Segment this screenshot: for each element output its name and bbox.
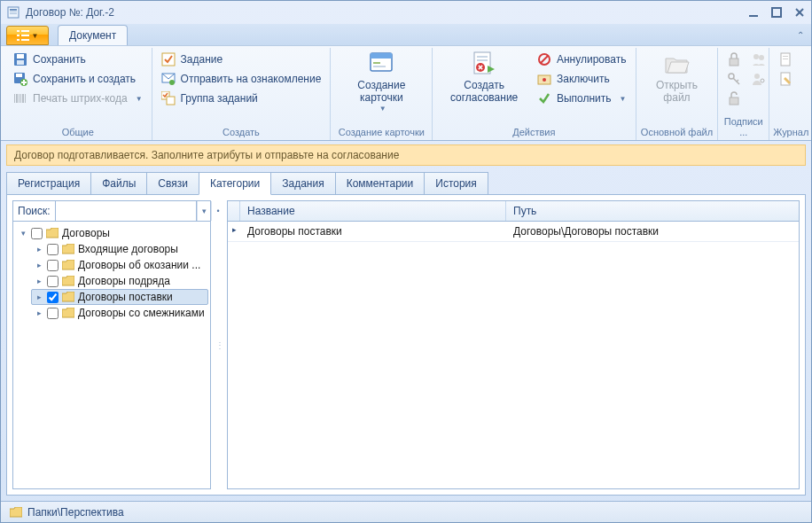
unlock-icon — [727, 91, 741, 105]
task-button[interactable]: Задание — [156, 50, 327, 69]
tree-checkbox[interactable] — [47, 308, 59, 319]
application-menu-button[interactable]: ▼ — [6, 26, 49, 45]
tree-checkbox[interactable] — [47, 292, 59, 303]
tree-node[interactable]: ▸ Договоры об окозании ... — [31, 257, 208, 273]
expand-icon[interactable]: ▸ — [35, 261, 43, 269]
expand-icon[interactable]: ▸ — [35, 245, 43, 254]
tab-files[interactable]: Файлы — [90, 172, 147, 195]
svg-rect-8 — [17, 30, 20, 32]
ribbon-collapse-button[interactable]: ⌃ — [797, 30, 804, 40]
grid-header: Название Путь — [228, 201, 799, 222]
ribbon-group-signatures: Подписи ... — [718, 48, 769, 140]
category-tree-panel: Поиск: ▾ • ▾ Договоры ▸ — [12, 200, 211, 489]
sign-lock-button[interactable] — [722, 50, 746, 69]
tree-node-selected[interactable]: ▸ Договоры поставки — [31, 289, 208, 305]
ribbon-tab-document[interactable]: Документ — [58, 25, 128, 45]
folder-icon — [46, 228, 59, 238]
grid-col-name[interactable]: Название — [240, 201, 506, 221]
tab-tasks[interactable]: Задания — [270, 172, 335, 195]
annul-button[interactable]: Аннулировать — [532, 50, 632, 69]
sign-user-key-button[interactable] — [746, 69, 771, 89]
svg-rect-34 — [371, 53, 392, 59]
tree-checkbox[interactable] — [31, 228, 43, 239]
tree-node[interactable]: ▸ Договоры подряда — [31, 273, 208, 289]
svg-rect-3 — [10, 13, 17, 14]
maximize-button[interactable] — [770, 6, 783, 19]
task-group-label: Группа заданий — [181, 92, 258, 105]
execute-button[interactable]: Выполнить ▼ — [532, 89, 632, 108]
ribbon-group-label: Основной файл — [640, 125, 714, 140]
search-input[interactable] — [55, 201, 197, 221]
tree-checkbox[interactable] — [47, 244, 59, 255]
key-icon — [727, 72, 741, 86]
save-button[interactable]: Сохранить — [8, 50, 148, 69]
conclude-button[interactable]: Заключить — [532, 69, 632, 89]
svg-rect-38 — [477, 56, 488, 58]
tree-node[interactable]: ▸ Входящие договоры — [31, 241, 208, 257]
svg-point-44 — [543, 78, 546, 82]
journal-edit-button[interactable] — [773, 69, 798, 89]
save-and-create-button[interactable]: Сохранить и создать — [8, 69, 148, 89]
tab-categories[interactable]: Категории — [199, 172, 271, 195]
tree-node-root[interactable]: ▾ Договоры — [15, 225, 208, 241]
svg-rect-27 — [25, 94, 26, 103]
send-review-button[interactable]: Отправить на ознакомление — [156, 69, 327, 89]
svg-rect-24 — [19, 94, 20, 103]
grid-body: ▸ Договоры поставки Договоры\Договоры по… — [228, 222, 799, 488]
users-icon — [752, 52, 766, 66]
grid-cell-path: Договоры\Договоры поставки — [506, 222, 799, 241]
svg-rect-9 — [21, 30, 29, 32]
collapse-icon[interactable]: ▾ — [19, 229, 27, 238]
expand-icon[interactable]: ▸ — [35, 308, 43, 317]
create-card-button[interactable]: Создание карточки ▼ — [334, 48, 428, 114]
content-body: Поиск: ▾ • ▾ Договоры ▸ — [6, 195, 806, 496]
print-barcode-button[interactable]: Печать штрих-кода ▼ — [8, 89, 148, 108]
search-label: Поиск: — [13, 201, 55, 221]
tab-links[interactable]: Связи — [146, 172, 199, 195]
ribbon-group-create-card: Создание карточки ▼ Создание карточки — [331, 48, 433, 140]
tree-node-label: Договоры об окозании ... — [78, 259, 200, 271]
tree-node-label: Договоры со смежниками — [78, 307, 205, 319]
minimize-button[interactable] — [747, 6, 760, 19]
sign-users-button[interactable] — [746, 50, 771, 69]
svg-rect-45 — [730, 59, 738, 66]
task-group-button[interactable]: Группа заданий — [156, 89, 327, 108]
svg-rect-11 — [21, 35, 29, 36]
splitter[interactable]: ⋮ — [216, 200, 222, 489]
ribbon-group-label: Создание карточки — [334, 125, 428, 140]
ribbon-group-label: Действия — [436, 125, 631, 140]
svg-rect-35 — [373, 62, 380, 64]
ribbon-group-actions: Создать согласование Аннулировать Заключ… — [433, 48, 636, 140]
folder-icon — [62, 292, 74, 302]
tree-checkbox[interactable] — [47, 260, 59, 271]
category-grid-panel: Название Путь ▸ Договоры поставки Догово… — [227, 200, 800, 489]
svg-rect-55 — [783, 56, 788, 57]
execute-label: Выполнить — [557, 92, 612, 105]
svg-rect-36 — [373, 66, 386, 67]
tree-node[interactable]: ▸ Договоры со смежниками — [31, 305, 208, 321]
tab-registration[interactable]: Регистрация — [6, 172, 91, 195]
expand-icon[interactable]: ▸ — [35, 277, 43, 285]
status-bar: Папки\Перспектива — [1, 501, 811, 522]
journal-doc-button[interactable] — [773, 50, 798, 69]
sign-remove-button[interactable] — [722, 89, 746, 108]
create-card-label: Создание карточки — [341, 80, 421, 105]
svg-rect-5 — [772, 8, 781, 17]
search-dropdown-button[interactable]: ▾ — [197, 201, 211, 221]
tab-history[interactable]: История — [424, 172, 488, 195]
dropdown-arrow-icon: ▼ — [379, 105, 386, 113]
expand-icon[interactable]: ▸ — [35, 293, 43, 301]
ribbon-group-label: Общие — [8, 125, 148, 140]
send-review-label: Отправить на ознакомление — [181, 73, 322, 85]
tab-comments[interactable]: Комментарии — [335, 172, 426, 195]
tree-checkbox[interactable] — [47, 276, 59, 287]
sign-key-button[interactable] — [722, 69, 746, 89]
grid-cell-name: Договоры поставки — [240, 222, 506, 241]
conclude-icon — [537, 72, 551, 86]
grid-col-path[interactable]: Путь — [506, 201, 799, 221]
create-approval-button[interactable]: Создать согласование — [436, 48, 532, 106]
close-button[interactable] — [793, 6, 806, 19]
open-file-button[interactable]: Открыть файл — [640, 48, 714, 106]
footer-path: Папки\Перспектива — [27, 506, 124, 519]
grid-row[interactable]: ▸ Договоры поставки Договоры\Договоры по… — [228, 222, 799, 242]
